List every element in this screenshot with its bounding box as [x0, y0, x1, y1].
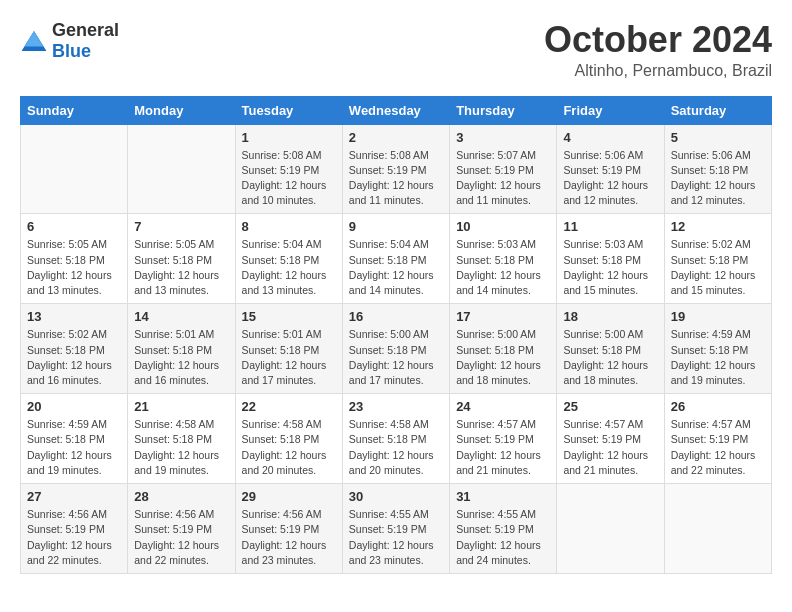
day-number: 1	[242, 130, 336, 145]
header-monday: Monday	[128, 96, 235, 124]
day-info: Sunrise: 5:00 AM Sunset: 5:18 PM Dayligh…	[349, 327, 443, 388]
calendar-cell: 7Sunrise: 5:05 AM Sunset: 5:18 PM Daylig…	[128, 214, 235, 304]
calendar-cell	[557, 484, 664, 574]
calendar-cell: 8Sunrise: 5:04 AM Sunset: 5:18 PM Daylig…	[235, 214, 342, 304]
calendar-cell: 29Sunrise: 4:56 AM Sunset: 5:19 PM Dayli…	[235, 484, 342, 574]
day-info: Sunrise: 5:04 AM Sunset: 5:18 PM Dayligh…	[242, 237, 336, 298]
calendar-cell: 13Sunrise: 5:02 AM Sunset: 5:18 PM Dayli…	[21, 304, 128, 394]
day-info: Sunrise: 5:00 AM Sunset: 5:18 PM Dayligh…	[563, 327, 657, 388]
calendar-week-3: 13Sunrise: 5:02 AM Sunset: 5:18 PM Dayli…	[21, 304, 772, 394]
day-number: 18	[563, 309, 657, 324]
day-number: 29	[242, 489, 336, 504]
day-info: Sunrise: 4:57 AM Sunset: 5:19 PM Dayligh…	[456, 417, 550, 478]
calendar-cell	[664, 484, 771, 574]
calendar-body: 1Sunrise: 5:08 AM Sunset: 5:19 PM Daylig…	[21, 124, 772, 573]
header-friday: Friday	[557, 96, 664, 124]
calendar-cell: 22Sunrise: 4:58 AM Sunset: 5:18 PM Dayli…	[235, 394, 342, 484]
calendar-cell: 5Sunrise: 5:06 AM Sunset: 5:18 PM Daylig…	[664, 124, 771, 214]
day-info: Sunrise: 5:05 AM Sunset: 5:18 PM Dayligh…	[134, 237, 228, 298]
calendar-cell: 11Sunrise: 5:03 AM Sunset: 5:18 PM Dayli…	[557, 214, 664, 304]
weekday-row: Sunday Monday Tuesday Wednesday Thursday…	[21, 96, 772, 124]
day-info: Sunrise: 5:00 AM Sunset: 5:18 PM Dayligh…	[456, 327, 550, 388]
calendar-week-1: 1Sunrise: 5:08 AM Sunset: 5:19 PM Daylig…	[21, 124, 772, 214]
day-number: 22	[242, 399, 336, 414]
day-info: Sunrise: 5:01 AM Sunset: 5:18 PM Dayligh…	[242, 327, 336, 388]
day-info: Sunrise: 5:06 AM Sunset: 5:19 PM Dayligh…	[563, 148, 657, 209]
day-info: Sunrise: 5:08 AM Sunset: 5:19 PM Dayligh…	[349, 148, 443, 209]
day-info: Sunrise: 5:06 AM Sunset: 5:18 PM Dayligh…	[671, 148, 765, 209]
logo: General Blue	[20, 20, 119, 62]
page-header: General Blue October 2024 Altinho, Perna…	[20, 20, 772, 80]
calendar-week-2: 6Sunrise: 5:05 AM Sunset: 5:18 PM Daylig…	[21, 214, 772, 304]
day-info: Sunrise: 4:55 AM Sunset: 5:19 PM Dayligh…	[456, 507, 550, 568]
day-number: 10	[456, 219, 550, 234]
calendar-cell: 2Sunrise: 5:08 AM Sunset: 5:19 PM Daylig…	[342, 124, 449, 214]
calendar-week-4: 20Sunrise: 4:59 AM Sunset: 5:18 PM Dayli…	[21, 394, 772, 484]
day-number: 12	[671, 219, 765, 234]
calendar-cell: 24Sunrise: 4:57 AM Sunset: 5:19 PM Dayli…	[450, 394, 557, 484]
calendar-cell: 25Sunrise: 4:57 AM Sunset: 5:19 PM Dayli…	[557, 394, 664, 484]
header-tuesday: Tuesday	[235, 96, 342, 124]
day-info: Sunrise: 5:07 AM Sunset: 5:19 PM Dayligh…	[456, 148, 550, 209]
day-number: 4	[563, 130, 657, 145]
day-info: Sunrise: 4:57 AM Sunset: 5:19 PM Dayligh…	[563, 417, 657, 478]
calendar-cell: 10Sunrise: 5:03 AM Sunset: 5:18 PM Dayli…	[450, 214, 557, 304]
day-info: Sunrise: 4:59 AM Sunset: 5:18 PM Dayligh…	[671, 327, 765, 388]
calendar-cell: 19Sunrise: 4:59 AM Sunset: 5:18 PM Dayli…	[664, 304, 771, 394]
header-wednesday: Wednesday	[342, 96, 449, 124]
header-saturday: Saturday	[664, 96, 771, 124]
calendar-cell: 6Sunrise: 5:05 AM Sunset: 5:18 PM Daylig…	[21, 214, 128, 304]
day-info: Sunrise: 4:59 AM Sunset: 5:18 PM Dayligh…	[27, 417, 121, 478]
day-info: Sunrise: 5:03 AM Sunset: 5:18 PM Dayligh…	[456, 237, 550, 298]
title-block: October 2024 Altinho, Pernambuco, Brazil	[544, 20, 772, 80]
location-title: Altinho, Pernambuco, Brazil	[544, 62, 772, 80]
day-number: 28	[134, 489, 228, 504]
day-info: Sunrise: 4:58 AM Sunset: 5:18 PM Dayligh…	[242, 417, 336, 478]
calendar-cell: 15Sunrise: 5:01 AM Sunset: 5:18 PM Dayli…	[235, 304, 342, 394]
calendar-cell: 31Sunrise: 4:55 AM Sunset: 5:19 PM Dayli…	[450, 484, 557, 574]
calendar-cell: 18Sunrise: 5:00 AM Sunset: 5:18 PM Dayli…	[557, 304, 664, 394]
logo-general: General	[52, 20, 119, 40]
day-number: 19	[671, 309, 765, 324]
header-sunday: Sunday	[21, 96, 128, 124]
day-number: 6	[27, 219, 121, 234]
day-number: 30	[349, 489, 443, 504]
logo-blue: Blue	[52, 41, 91, 61]
calendar-table: Sunday Monday Tuesday Wednesday Thursday…	[20, 96, 772, 574]
calendar-cell: 4Sunrise: 5:06 AM Sunset: 5:19 PM Daylig…	[557, 124, 664, 214]
day-info: Sunrise: 5:02 AM Sunset: 5:18 PM Dayligh…	[671, 237, 765, 298]
day-info: Sunrise: 4:57 AM Sunset: 5:19 PM Dayligh…	[671, 417, 765, 478]
calendar-cell: 28Sunrise: 4:56 AM Sunset: 5:19 PM Dayli…	[128, 484, 235, 574]
day-info: Sunrise: 4:56 AM Sunset: 5:19 PM Dayligh…	[134, 507, 228, 568]
day-number: 15	[242, 309, 336, 324]
day-info: Sunrise: 4:58 AM Sunset: 5:18 PM Dayligh…	[349, 417, 443, 478]
day-info: Sunrise: 5:04 AM Sunset: 5:18 PM Dayligh…	[349, 237, 443, 298]
day-number: 7	[134, 219, 228, 234]
calendar-week-5: 27Sunrise: 4:56 AM Sunset: 5:19 PM Dayli…	[21, 484, 772, 574]
month-title: October 2024	[544, 20, 772, 60]
calendar-cell: 30Sunrise: 4:55 AM Sunset: 5:19 PM Dayli…	[342, 484, 449, 574]
day-number: 14	[134, 309, 228, 324]
day-number: 13	[27, 309, 121, 324]
day-info: Sunrise: 4:55 AM Sunset: 5:19 PM Dayligh…	[349, 507, 443, 568]
day-number: 9	[349, 219, 443, 234]
day-number: 11	[563, 219, 657, 234]
svg-marker-1	[25, 31, 44, 47]
day-number: 17	[456, 309, 550, 324]
calendar-cell: 3Sunrise: 5:07 AM Sunset: 5:19 PM Daylig…	[450, 124, 557, 214]
day-number: 21	[134, 399, 228, 414]
day-number: 31	[456, 489, 550, 504]
calendar-cell: 27Sunrise: 4:56 AM Sunset: 5:19 PM Dayli…	[21, 484, 128, 574]
calendar-cell: 17Sunrise: 5:00 AM Sunset: 5:18 PM Dayli…	[450, 304, 557, 394]
header-thursday: Thursday	[450, 96, 557, 124]
day-info: Sunrise: 5:03 AM Sunset: 5:18 PM Dayligh…	[563, 237, 657, 298]
day-number: 24	[456, 399, 550, 414]
calendar-header: Sunday Monday Tuesday Wednesday Thursday…	[21, 96, 772, 124]
calendar-cell	[128, 124, 235, 214]
day-number: 25	[563, 399, 657, 414]
day-number: 27	[27, 489, 121, 504]
calendar-cell: 20Sunrise: 4:59 AM Sunset: 5:18 PM Dayli…	[21, 394, 128, 484]
day-number: 16	[349, 309, 443, 324]
day-info: Sunrise: 5:08 AM Sunset: 5:19 PM Dayligh…	[242, 148, 336, 209]
day-number: 20	[27, 399, 121, 414]
